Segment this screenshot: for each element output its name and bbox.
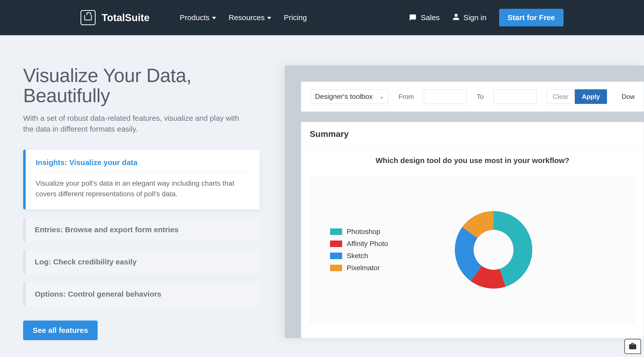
to-label: To: [477, 93, 484, 101]
dashboard-preview: Designer's toolbox ⌄ From To Clear Apply…: [285, 65, 644, 340]
help-widget[interactable]: [624, 339, 641, 354]
brand-name: TotalSuite: [102, 12, 149, 23]
legend-item: Sketch: [330, 252, 388, 260]
accordion-item-insights[interactable]: Insights: Visualize your data Visualize …: [23, 150, 260, 209]
nav-pricing-label: Pricing: [284, 13, 307, 22]
legend-item: Pixelmator: [330, 264, 388, 272]
nav-products[interactable]: Products: [180, 13, 216, 22]
donut-chart: [438, 194, 549, 305]
legend-swatch: [330, 241, 342, 247]
apply-button[interactable]: Apply: [575, 89, 607, 104]
accordion-title: Insights: Visualize your data: [36, 158, 250, 173]
user-icon: [452, 13, 460, 22]
legend-label: Pixelmator: [347, 264, 380, 272]
legend-label: Photoshop: [347, 228, 380, 236]
main-content: Visualize Your Data, Beautifully With a …: [0, 35, 644, 340]
accordion-body: Visualize your poll's data in an elegant…: [36, 178, 250, 199]
accordion-title: Log: Check credibility easily: [35, 258, 251, 266]
legend-swatch: [330, 228, 342, 235]
poll-select-value[interactable]: Designer's toolbox: [310, 89, 388, 104]
nav-resources-label: Resources: [229, 13, 265, 22]
legend-swatch: [330, 253, 342, 259]
legend-swatch: [330, 265, 342, 271]
nav-resources[interactable]: Resources: [229, 13, 271, 22]
legend-item: Affinity Photo: [330, 240, 388, 248]
sales-link[interactable]: Sales: [408, 13, 440, 22]
hero-title-line1: Visualize Your Data,: [23, 65, 191, 86]
hero-column: Visualize Your Data, Beautifully With a …: [23, 65, 260, 340]
header-actions: Sales Sign in Start for Free: [408, 9, 564, 26]
site-header: TotalSuite Products Resources Pricing Sa…: [0, 0, 644, 35]
logo-icon: [80, 10, 96, 25]
briefcase-icon: [628, 342, 637, 351]
accordion-item-log[interactable]: Log: Check credibility easily: [23, 250, 260, 274]
legend-item: Photoshop: [330, 228, 388, 236]
chart-area: PhotoshopAffinity PhotoSketchPixelmator: [310, 177, 635, 323]
nav-pricing[interactable]: Pricing: [284, 13, 307, 22]
summary-card: Summary Which design tool do you use mos…: [301, 122, 644, 338]
filter-button-group: Clear Apply: [547, 89, 607, 104]
hero-subtitle: With a set of robust data-related featur…: [23, 113, 250, 135]
to-input[interactable]: [494, 89, 537, 104]
poll-select[interactable]: Designer's toolbox ⌄: [310, 89, 388, 104]
hero-title-line2: Beautifully: [23, 85, 110, 106]
signin-label: Sign in: [463, 13, 487, 22]
accordion-title: Entries: Browse and export form entries: [35, 225, 251, 234]
accordion-item-entries[interactable]: Entries: Browse and export form entries: [23, 218, 260, 242]
main-nav: Products Resources Pricing: [180, 13, 307, 22]
summary-heading: Summary: [301, 122, 644, 146]
chart-legend: PhotoshopAffinity PhotoSketchPixelmator: [330, 228, 388, 272]
brand[interactable]: TotalSuite: [80, 10, 149, 25]
legend-label: Affinity Photo: [347, 240, 388, 248]
caret-down-icon: [267, 17, 271, 19]
chevron-down-icon: ⌄: [379, 93, 384, 100]
download-label[interactable]: Dow: [622, 93, 635, 101]
see-all-features-button[interactable]: See all features: [23, 321, 98, 340]
dashboard-toolbar: Designer's toolbox ⌄ From To Clear Apply…: [301, 82, 644, 112]
from-label: From: [398, 93, 414, 101]
clear-button[interactable]: Clear: [547, 89, 575, 104]
start-free-button[interactable]: Start for Free: [499, 9, 564, 26]
feature-accordion: Insights: Visualize your data Visualize …: [23, 150, 260, 306]
accordion-title: Options: Control general behaviors: [35, 290, 251, 298]
caret-down-icon: [212, 17, 216, 19]
accordion-item-options[interactable]: Options: Control general behaviors: [23, 282, 260, 306]
chart-question: Which design tool do you use most in you…: [310, 156, 635, 165]
from-input[interactable]: [424, 89, 467, 104]
sales-label: Sales: [421, 13, 440, 22]
hero-title: Visualize Your Data, Beautifully: [23, 65, 260, 106]
legend-label: Sketch: [347, 252, 368, 260]
signin-link[interactable]: Sign in: [452, 13, 487, 22]
nav-products-label: Products: [180, 13, 209, 22]
chat-icon: [408, 14, 417, 21]
